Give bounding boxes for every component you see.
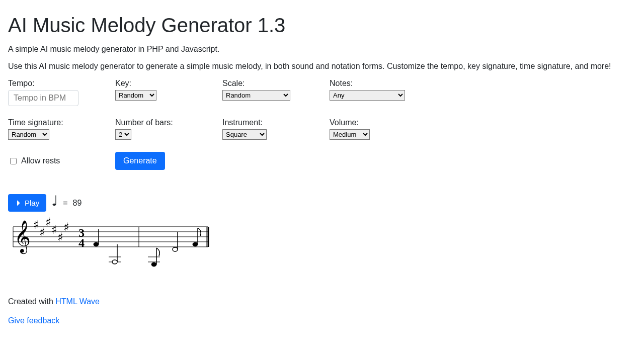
created-with-link[interactable]: HTML Wave [55,297,100,306]
svg-text:♯: ♯ [63,221,69,234]
field-allow-rests: Allow rests [8,156,115,166]
svg-point-25 [173,247,178,251]
tempo-label: Tempo: [8,79,115,88]
bars-select[interactable]: 2 [115,129,131,140]
svg-text:♯: ♯ [45,217,51,229]
give-feedback-link[interactable]: Give feedback [8,316,59,325]
treble-clef-icon: 𝄞 [14,220,31,254]
instrument-label: Instrument: [222,118,330,127]
volume-select[interactable]: Medium [330,129,370,140]
tempo-equals: = [63,199,67,208]
play-button[interactable]: 🞂 Play [8,194,46,212]
music-staff: 𝄞 ♯ ♯ ♯ ♯ ♯ ♯ 3 4 [8,217,636,272]
field-scale: Scale: Random [222,79,330,106]
scale-label: Scale: [222,79,330,88]
key-label: Key: [115,79,222,88]
created-with-line: Created with HTML Wave [8,297,636,306]
svg-text:♯: ♯ [39,226,45,239]
svg-point-15 [94,242,99,246]
subtitle: A simple AI music melody generator in PH… [8,45,636,54]
allow-rests-label: Allow rests [21,156,60,165]
timesig-label: Time signature: [8,118,115,127]
play-label: Play [25,199,39,207]
field-bars: Number of bars: 2 [115,118,222,140]
field-generate: Generate [115,152,165,170]
notes-select[interactable]: Any [330,90,405,101]
bars-label: Number of bars: [115,118,222,127]
timesig-select[interactable]: Random [8,129,49,140]
volume-label: Volume: [330,118,437,127]
field-timesig: Time signature: Random [8,118,115,140]
svg-text:♯: ♯ [51,223,57,236]
scale-select[interactable]: Random [222,90,290,101]
field-key: Key: Random [115,79,222,106]
tempo-value: 89 [73,199,82,208]
generate-button[interactable]: Generate [115,152,165,170]
svg-point-23 [151,262,156,266]
svg-text:♯: ♯ [33,218,39,231]
tempo-display: 🞂 Play ♩ = 89 [8,194,636,212]
description: Use this AI music melody generator to ge… [8,62,636,71]
notes-label: Notes: [330,79,437,88]
field-instrument: Instrument: Square [222,118,330,140]
svg-point-19 [112,260,117,264]
field-notes: Notes: Any [330,79,437,106]
instrument-select[interactable]: Square [222,129,267,140]
quarter-note-icon: ♩ [51,194,58,208]
key-select[interactable]: Random [115,90,156,101]
field-volume: Volume: Medium [330,118,437,140]
play-icon: 🞂 [15,199,23,207]
svg-point-27 [193,242,198,246]
allow-rests-checkbox[interactable] [10,158,17,164]
form-row-2: Time signature: Random Number of bars: 2… [8,118,636,140]
timesig-bottom: 4 [78,236,85,249]
form-row-1: Tempo: Key: Random Scale: Random Notes: … [8,79,636,106]
created-with-prefix: Created with [8,297,55,306]
field-tempo: Tempo: [8,79,115,106]
page-title: AI Music Melody Generator 1.3 [8,14,636,37]
key-signature: ♯ ♯ ♯ ♯ ♯ ♯ [33,217,69,244]
tempo-input[interactable] [8,90,78,106]
form-row-3: Allow rests Generate [8,152,636,170]
svg-text:♯: ♯ [57,231,63,244]
